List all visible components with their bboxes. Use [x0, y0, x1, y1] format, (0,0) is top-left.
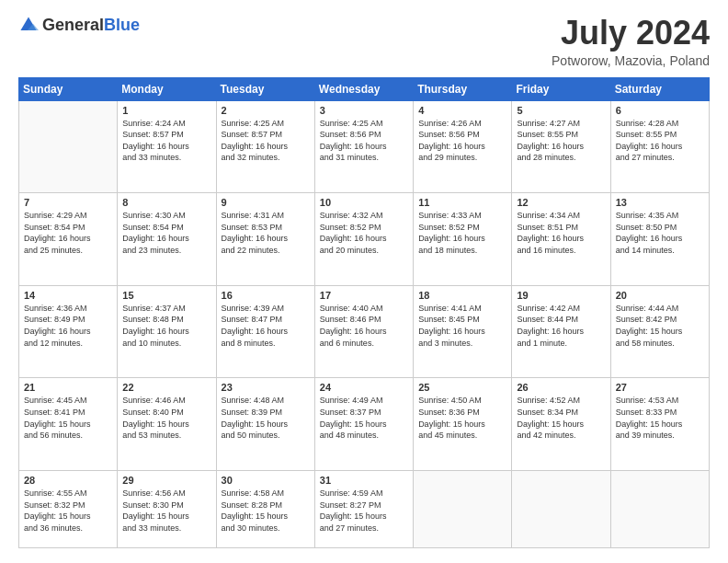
day-number: 7	[24, 197, 112, 208]
day-number: 14	[24, 290, 112, 301]
table-row: 24Sunrise: 4:49 AMSunset: 8:37 PMDayligh…	[314, 378, 413, 471]
day-number: 17	[320, 290, 408, 301]
table-row: 29Sunrise: 4:56 AMSunset: 8:30 PMDayligh…	[118, 471, 216, 548]
day-info: Sunrise: 4:56 AMSunset: 8:30 PMDaylight:…	[122, 488, 210, 534]
location: Potworow, Mazovia, Poland	[552, 53, 710, 68]
day-number: 19	[517, 290, 605, 301]
day-info: Sunrise: 4:44 AMSunset: 8:42 PMDaylight:…	[616, 303, 704, 349]
table-row: 10Sunrise: 4:32 AMSunset: 8:52 PMDayligh…	[314, 193, 413, 286]
day-number: 9	[222, 197, 310, 208]
day-info: Sunrise: 4:41 AMSunset: 8:45 PMDaylight:…	[418, 303, 506, 349]
day-number: 15	[122, 290, 210, 301]
day-info: Sunrise: 4:48 AMSunset: 8:39 PMDaylight:…	[222, 395, 310, 441]
day-number: 18	[418, 290, 506, 301]
day-info: Sunrise: 4:50 AMSunset: 8:36 PMDaylight:…	[418, 395, 506, 441]
day-number: 26	[517, 382, 605, 393]
day-number: 30	[222, 475, 310, 486]
table-row: 17Sunrise: 4:40 AMSunset: 8:46 PMDayligh…	[314, 285, 413, 378]
day-info: Sunrise: 4:42 AMSunset: 8:44 PMDaylight:…	[517, 303, 605, 349]
day-number: 23	[222, 382, 310, 393]
col-wednesday: Wednesday	[314, 77, 413, 100]
day-number: 6	[616, 105, 704, 116]
calendar-header-row: Sunday Monday Tuesday Wednesday Thursday…	[19, 77, 710, 100]
day-number: 16	[222, 290, 310, 301]
table-row: 18Sunrise: 4:41 AMSunset: 8:45 PMDayligh…	[414, 285, 512, 378]
table-row: 14Sunrise: 4:36 AMSunset: 8:49 PMDayligh…	[19, 285, 118, 378]
col-sunday: Sunday	[19, 77, 118, 100]
day-info: Sunrise: 4:40 AMSunset: 8:46 PMDaylight:…	[320, 303, 408, 349]
table-row: 8Sunrise: 4:30 AMSunset: 8:54 PMDaylight…	[118, 193, 216, 286]
day-info: Sunrise: 4:32 AMSunset: 8:52 PMDaylight:…	[320, 210, 408, 256]
table-row: 7Sunrise: 4:29 AMSunset: 8:54 PMDaylight…	[19, 193, 118, 286]
table-row: 13Sunrise: 4:35 AMSunset: 8:50 PMDayligh…	[610, 193, 709, 286]
table-row: 25Sunrise: 4:50 AMSunset: 8:36 PMDayligh…	[414, 378, 512, 471]
table-row: 22Sunrise: 4:46 AMSunset: 8:40 PMDayligh…	[118, 378, 216, 471]
day-info: Sunrise: 4:53 AMSunset: 8:33 PMDaylight:…	[616, 395, 704, 441]
day-number: 5	[517, 105, 605, 116]
col-monday: Monday	[118, 77, 216, 100]
table-row: 16Sunrise: 4:39 AMSunset: 8:47 PMDayligh…	[216, 285, 314, 378]
day-info: Sunrise: 4:52 AMSunset: 8:34 PMDaylight:…	[517, 395, 605, 441]
day-number: 20	[616, 290, 704, 301]
logo: GeneralBlue	[18, 15, 140, 35]
day-number: 31	[320, 475, 408, 486]
day-number: 29	[122, 475, 210, 486]
calendar-table: Sunday Monday Tuesday Wednesday Thursday…	[18, 77, 710, 548]
col-tuesday: Tuesday	[216, 77, 314, 100]
table-row: 4Sunrise: 4:26 AMSunset: 8:56 PMDaylight…	[414, 100, 512, 193]
day-info: Sunrise: 4:46 AMSunset: 8:40 PMDaylight:…	[122, 395, 210, 441]
day-info: Sunrise: 4:55 AMSunset: 8:32 PMDaylight:…	[24, 488, 112, 534]
day-info: Sunrise: 4:59 AMSunset: 8:27 PMDaylight:…	[320, 488, 408, 534]
day-info: Sunrise: 4:25 AMSunset: 8:56 PMDaylight:…	[320, 118, 408, 164]
table-row: 5Sunrise: 4:27 AMSunset: 8:55 PMDaylight…	[512, 100, 610, 193]
table-row: 23Sunrise: 4:48 AMSunset: 8:39 PMDayligh…	[216, 378, 314, 471]
day-info: Sunrise: 4:28 AMSunset: 8:55 PMDaylight:…	[616, 118, 704, 164]
table-row: 26Sunrise: 4:52 AMSunset: 8:34 PMDayligh…	[512, 378, 610, 471]
table-row	[19, 100, 118, 193]
day-info: Sunrise: 4:34 AMSunset: 8:51 PMDaylight:…	[517, 210, 605, 256]
header: GeneralBlue July 2024 Potworow, Mazovia,…	[18, 15, 710, 68]
day-number: 21	[24, 382, 112, 393]
table-row: 9Sunrise: 4:31 AMSunset: 8:53 PMDaylight…	[216, 193, 314, 286]
table-row	[512, 471, 610, 548]
day-info: Sunrise: 4:26 AMSunset: 8:56 PMDaylight:…	[418, 118, 506, 164]
day-info: Sunrise: 4:31 AMSunset: 8:53 PMDaylight:…	[222, 210, 310, 256]
col-friday: Friday	[512, 77, 610, 100]
day-info: Sunrise: 4:37 AMSunset: 8:48 PMDaylight:…	[122, 303, 210, 349]
day-number: 1	[122, 105, 210, 116]
table-row: 20Sunrise: 4:44 AMSunset: 8:42 PMDayligh…	[610, 285, 709, 378]
day-number: 12	[517, 197, 605, 208]
day-info: Sunrise: 4:30 AMSunset: 8:54 PMDaylight:…	[122, 210, 210, 256]
title-block: July 2024 Potworow, Mazovia, Poland	[552, 15, 710, 68]
logo-blue: Blue	[104, 16, 140, 34]
day-info: Sunrise: 4:49 AMSunset: 8:37 PMDaylight:…	[320, 395, 408, 441]
table-row: 21Sunrise: 4:45 AMSunset: 8:41 PMDayligh…	[19, 378, 118, 471]
table-row	[610, 471, 709, 548]
day-number: 8	[122, 197, 210, 208]
day-info: Sunrise: 4:24 AMSunset: 8:57 PMDaylight:…	[122, 118, 210, 164]
day-number: 24	[320, 382, 408, 393]
table-row: 19Sunrise: 4:42 AMSunset: 8:44 PMDayligh…	[512, 285, 610, 378]
table-row: 6Sunrise: 4:28 AMSunset: 8:55 PMDaylight…	[610, 100, 709, 193]
day-number: 13	[616, 197, 704, 208]
day-info: Sunrise: 4:36 AMSunset: 8:49 PMDaylight:…	[24, 303, 112, 349]
col-saturday: Saturday	[610, 77, 709, 100]
day-info: Sunrise: 4:27 AMSunset: 8:55 PMDaylight:…	[517, 118, 605, 164]
table-row: 12Sunrise: 4:34 AMSunset: 8:51 PMDayligh…	[512, 193, 610, 286]
table-row: 11Sunrise: 4:33 AMSunset: 8:52 PMDayligh…	[414, 193, 512, 286]
table-row: 27Sunrise: 4:53 AMSunset: 8:33 PMDayligh…	[610, 378, 709, 471]
day-number: 4	[418, 105, 506, 116]
day-number: 10	[320, 197, 408, 208]
table-row: 30Sunrise: 4:58 AMSunset: 8:28 PMDayligh…	[216, 471, 314, 548]
day-info: Sunrise: 4:33 AMSunset: 8:52 PMDaylight:…	[418, 210, 506, 256]
day-info: Sunrise: 4:35 AMSunset: 8:50 PMDaylight:…	[616, 210, 704, 256]
day-number: 27	[616, 382, 704, 393]
day-info: Sunrise: 4:25 AMSunset: 8:57 PMDaylight:…	[222, 118, 310, 164]
day-info: Sunrise: 4:58 AMSunset: 8:28 PMDaylight:…	[222, 488, 310, 534]
day-number: 22	[122, 382, 210, 393]
table-row: 1Sunrise: 4:24 AMSunset: 8:57 PMDaylight…	[118, 100, 216, 193]
col-thursday: Thursday	[414, 77, 512, 100]
day-info: Sunrise: 4:29 AMSunset: 8:54 PMDaylight:…	[24, 210, 112, 256]
day-number: 3	[320, 105, 408, 116]
table-row: 28Sunrise: 4:55 AMSunset: 8:32 PMDayligh…	[19, 471, 118, 548]
